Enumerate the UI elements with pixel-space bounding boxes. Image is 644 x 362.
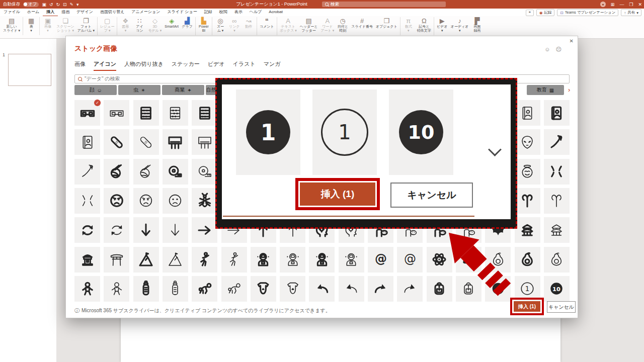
icon-tile-3d-glasses-filled[interactable]: ✓ — [74, 100, 100, 126]
icon-tile-bandage-filled[interactable] — [104, 129, 129, 155]
menu-tab-ホーム[interactable]: ホーム — [24, 8, 43, 16]
icon-tile-at-sign-filled[interactable]: @ — [368, 247, 393, 273]
ribbon-button-table[interactable]: ▦表▾ — [24, 17, 38, 32]
menu-tab-挿入[interactable]: 挿入 — [43, 8, 58, 17]
scroll-down-chevron-icon[interactable] — [488, 143, 502, 156]
icon-tile-angry-face-alt-outline[interactable] — [163, 188, 188, 214]
icon-tile-yarn-outline[interactable] — [133, 159, 159, 185]
ribbon-button-video[interactable]: ▶ビデオ▾ — [435, 17, 449, 32]
icon-tile-alien-outline[interactable] — [515, 129, 540, 155]
category-pill-right[interactable]: 教育 ▦ — [527, 85, 564, 95]
icon-tile-baby-filled[interactable] — [74, 276, 100, 302]
icon-tile-onesie-filled[interactable] — [251, 276, 276, 302]
menu-tab-画面切り替え[interactable]: 画面切り替え — [97, 8, 128, 16]
icon-tile-arrow-down-outline[interactable] — [163, 217, 188, 243]
magnified-cancel-button[interactable]: キャンセル — [390, 183, 473, 208]
menu-tab-校閲[interactable]: 校閲 — [216, 8, 231, 16]
icon-tile-aries-filled[interactable] — [515, 188, 540, 214]
search-box[interactable]: 検索 — [322, 2, 446, 7]
icon-tile-bandage-outline[interactable] — [133, 129, 159, 155]
teams-present-button[interactable]: ⊡ Teams でプレゼンテーション — [557, 9, 618, 16]
ribbon-button-smartart[interactable]: ◈SmartArt — [163, 17, 180, 29]
record-button[interactable]: ◉ 記録 — [536, 9, 555, 16]
feedback-smiley-icons[interactable]: ☺ ☹ — [544, 46, 564, 53]
avatar[interactable]: ● — [600, 2, 606, 7]
icon-tile-billboard-outline[interactable] — [192, 129, 217, 155]
ribbon-button-symbol[interactable]: Ω記号と特殊文字 — [416, 17, 433, 32]
icon-tile-anger-symbol-outline[interactable] — [74, 188, 100, 214]
icon-tile-arrow-down-filled[interactable] — [133, 217, 159, 243]
ribbon-button-comment[interactable]: ❝コメント — [258, 17, 276, 29]
slide-thumbnail[interactable] — [8, 54, 51, 86]
ribbon-button-icons[interactable]: ∷アイコン — [132, 17, 146, 32]
undo-icon[interactable]: ↺ — [49, 2, 53, 7]
icon-tile-mountain-climb-outline[interactable] — [163, 247, 188, 273]
icon-tile-refresh-outline[interactable] — [104, 217, 129, 243]
dialog-tab-画像[interactable]: 画像 — [74, 60, 86, 71]
minimize-icon[interactable]: — — [619, 2, 624, 7]
magnified-icon-tile-circle-1-outline[interactable]: 1 — [312, 89, 377, 175]
icon-tile-onesie-outline[interactable] — [280, 276, 305, 302]
menu-tab-描画[interactable]: 描画 — [58, 8, 73, 16]
icon-tile-baby-outline[interactable] — [104, 276, 129, 302]
icon-tile-ant-filled[interactable] — [192, 188, 217, 214]
ribbon-button-object[interactable]: ❒オブジェクト — [374, 17, 399, 29]
icon-tile-address-book-outline[interactable] — [74, 129, 100, 155]
icon-tile-needle-outline[interactable] — [74, 159, 100, 185]
ribbon-button-photo-album[interactable]: ❐フォトアルバム ▾ — [76, 17, 96, 32]
icon-tile-3d-glasses-outline[interactable] — [104, 100, 129, 126]
menu-tab-Acrobat[interactable]: Acrobat — [265, 8, 286, 16]
icon-tile-yarn-filled[interactable] — [104, 159, 129, 185]
icon-tile-dancer-filled[interactable] — [192, 247, 217, 273]
ribbon-button-zoom[interactable]: ◎ズーム ▾ — [213, 17, 227, 32]
icon-tile-baby-bottle-outline[interactable] — [163, 276, 188, 302]
dialog-tab-アイコン[interactable]: アイコン — [94, 60, 116, 71]
magnified-icon-tile-circle-1-filled[interactable]: 1 — [236, 89, 300, 175]
icon-tile-mountain-climb-filled[interactable] — [133, 247, 159, 273]
slideshow-icon[interactable]: ⊡ — [63, 2, 67, 7]
icon-tile-torii-outline[interactable] — [104, 247, 129, 273]
autosave-toggle[interactable]: オフ — [23, 2, 39, 7]
category-pill-0[interactable]: 顔☺ — [74, 85, 117, 95]
menu-tab-スライド ショー[interactable]: スライド ショー — [164, 8, 200, 16]
icon-tile-astronaut-alt-filled[interactable] — [309, 247, 335, 273]
ribbon-button-power-bi[interactable]: ▙PowerBI — [197, 17, 211, 32]
icon-tile-tape-measure-filled[interactable] — [163, 159, 188, 185]
comment-button[interactable]: ❝ — [526, 10, 534, 16]
save-icon[interactable]: ▣ — [42, 2, 46, 7]
icon-tile-pagoda-outline[interactable] — [544, 217, 570, 243]
ribbon-display-icon[interactable]: ⊞ — [611, 2, 615, 7]
ribbon-button-chart[interactable]: ▟グラフ — [180, 17, 194, 29]
icon-tile-tape-measure-outline[interactable] — [192, 159, 217, 185]
dialog-tab-イラスト[interactable]: イラスト — [233, 60, 256, 71]
icon-tile-baby-bottle-filled[interactable] — [133, 276, 159, 302]
ribbon-button-screen-rec[interactable]: ▛画面録画 — [470, 17, 485, 32]
ribbon-button-header-footer[interactable]: ▤ヘッダーとフッター — [298, 17, 319, 32]
cancel-button[interactable]: キャンセル — [547, 301, 576, 313]
icon-tile-arrow-right-filled[interactable] — [192, 217, 217, 243]
icon-tile-abacus-alt-filled[interactable] — [192, 100, 217, 126]
ribbon-button-audio[interactable]: ♪オーディオ▾ — [449, 17, 470, 32]
icon-tile-shrine-filled[interactable] — [74, 247, 100, 273]
ribbon-button-new-slide[interactable]: ▤新しいスライド ▾ — [2, 17, 22, 32]
menu-tab-ファイル[interactable]: ファイル — [0, 8, 24, 16]
icon-tile-abacus-outline[interactable] — [163, 100, 188, 126]
icon-tile-address-book-outline[interactable] — [515, 100, 540, 126]
icon-tile-astronaut-alt-outline[interactable] — [339, 247, 364, 273]
icon-tile-astronaut-filled[interactable] — [251, 247, 276, 273]
icon-tile-abacus-filled[interactable] — [133, 100, 159, 126]
dialog-tab-ビデオ[interactable]: ビデオ — [208, 60, 225, 71]
ribbon-button-slide-number[interactable]: #スライド番号 — [350, 17, 374, 29]
icon-tile-angel-outline[interactable] — [515, 159, 540, 185]
icon-tile-undo-arrow-filled[interactable] — [309, 276, 335, 302]
icon-tile-at-sign-outline[interactable]: @ — [397, 247, 423, 273]
icon-tile-aries-outline[interactable] — [544, 188, 570, 214]
category-pill-1[interactable]: 虫✶ — [118, 85, 160, 95]
icon-tile-refresh-filled[interactable] — [74, 217, 100, 243]
magnified-icon-tile-circle-10-filled[interactable]: 10 — [389, 89, 453, 175]
menu-tab-ヘルプ[interactable]: ヘルプ — [246, 8, 266, 16]
ribbon-button-date-time[interactable]: ◷日付と時刻 — [336, 17, 350, 32]
icon-tile-undo-arrow-outline[interactable] — [339, 276, 364, 302]
menu-tab-表示[interactable]: 表示 — [231, 8, 246, 16]
dialog-tab-マンガ[interactable]: マンガ — [264, 60, 281, 71]
